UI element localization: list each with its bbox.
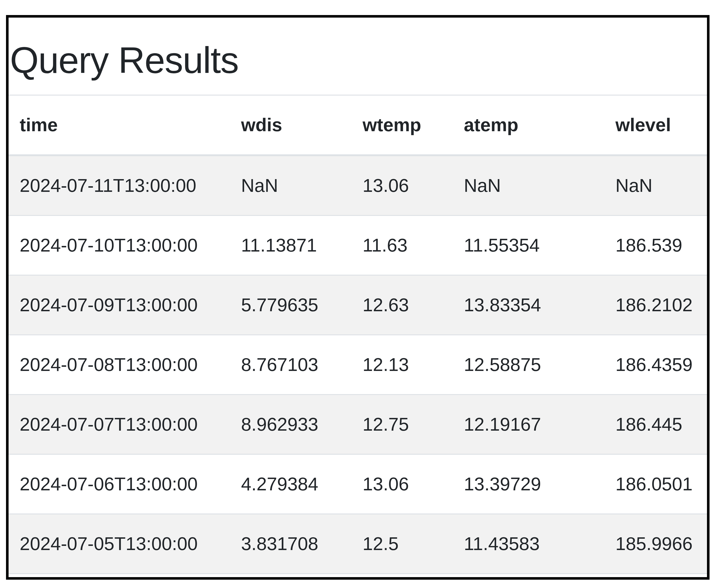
table-cell: 11.13871 bbox=[230, 215, 351, 275]
table-cell: 12.75 bbox=[351, 395, 453, 454]
table-cell: 5.779635 bbox=[230, 275, 351, 335]
table-cell: 12.63 bbox=[351, 275, 453, 335]
table-row: 2024-07-11T13:00:00NaN13.06NaNNaN bbox=[8, 155, 707, 215]
table-cell: 2024-07-08T13:00:00 bbox=[8, 335, 230, 395]
table-cell: 2024-07-11T13:00:00 bbox=[8, 155, 230, 215]
table-cell: 12.19167 bbox=[453, 395, 604, 454]
table-header: timewdiswtempatempwlevel bbox=[8, 95, 707, 155]
column-header-wtemp: wtemp bbox=[351, 95, 453, 155]
table-cell: 2024-07-06T13:00:00 bbox=[8, 454, 230, 514]
page: { "page": { "title": "Query Results" }, … bbox=[0, 0, 716, 588]
table-cell: 11.63 bbox=[351, 215, 453, 275]
table-row: 2024-07-05T13:00:003.83170812.511.435831… bbox=[8, 514, 707, 574]
table-cell: 13.83354 bbox=[453, 275, 604, 335]
table-cell: 3.831708 bbox=[230, 514, 351, 574]
table-row: 2024-07-06T13:00:004.27938413.0613.39729… bbox=[8, 454, 707, 514]
table-cell: 12.5 bbox=[351, 514, 453, 574]
query-results-panel: Query Results timewdiswtempatempwlevel 2… bbox=[6, 15, 710, 580]
results-table: timewdiswtempatempwlevel 2024-07-11T13:0… bbox=[8, 94, 707, 574]
table-cell: 13.39729 bbox=[453, 454, 604, 514]
table-cell: 2024-07-10T13:00:00 bbox=[8, 215, 230, 275]
page-title: Query Results bbox=[8, 39, 707, 81]
header-row: timewdiswtempatempwlevel bbox=[8, 95, 707, 155]
table-cell: NaN bbox=[604, 155, 707, 215]
table-row: 2024-07-08T13:00:008.76710312.1312.58875… bbox=[8, 335, 707, 395]
column-header-wdis: wdis bbox=[230, 95, 351, 155]
panel-content: Query Results timewdiswtempatempwlevel 2… bbox=[8, 18, 707, 574]
table-cell: 186.2102 bbox=[604, 275, 707, 335]
table-cell: 13.06 bbox=[351, 454, 453, 514]
table-cell: 185.9966 bbox=[604, 514, 707, 574]
column-header-time: time bbox=[8, 95, 230, 155]
table-row: 2024-07-07T13:00:008.96293312.7512.19167… bbox=[8, 395, 707, 454]
table-cell: 4.279384 bbox=[230, 454, 351, 514]
table-cell: 186.539 bbox=[604, 215, 707, 275]
column-header-wlevel: wlevel bbox=[604, 95, 707, 155]
table-cell: NaN bbox=[230, 155, 351, 215]
table-cell: 12.13 bbox=[351, 335, 453, 395]
table-cell: 11.43583 bbox=[453, 514, 604, 574]
table-cell: 2024-07-07T13:00:00 bbox=[8, 395, 230, 454]
table-cell: NaN bbox=[453, 155, 604, 215]
table-cell: 12.58875 bbox=[453, 335, 604, 395]
table-row: 2024-07-09T13:00:005.77963512.6313.83354… bbox=[8, 275, 707, 335]
table-row: 2024-07-10T13:00:0011.1387111.6311.55354… bbox=[8, 215, 707, 275]
table-cell: 13.06 bbox=[351, 155, 453, 215]
table-body: 2024-07-11T13:00:00NaN13.06NaNNaN2024-07… bbox=[8, 155, 707, 574]
table-cell: 186.4359 bbox=[604, 335, 707, 395]
table-cell: 2024-07-05T13:00:00 bbox=[8, 514, 230, 574]
table-cell: 8.767103 bbox=[230, 335, 351, 395]
table-cell: 11.55354 bbox=[453, 215, 604, 275]
table-cell: 186.0501 bbox=[604, 454, 707, 514]
column-header-atemp: atemp bbox=[453, 95, 604, 155]
table-cell: 186.445 bbox=[604, 395, 707, 454]
table-cell: 8.962933 bbox=[230, 395, 351, 454]
table-cell: 2024-07-09T13:00:00 bbox=[8, 275, 230, 335]
